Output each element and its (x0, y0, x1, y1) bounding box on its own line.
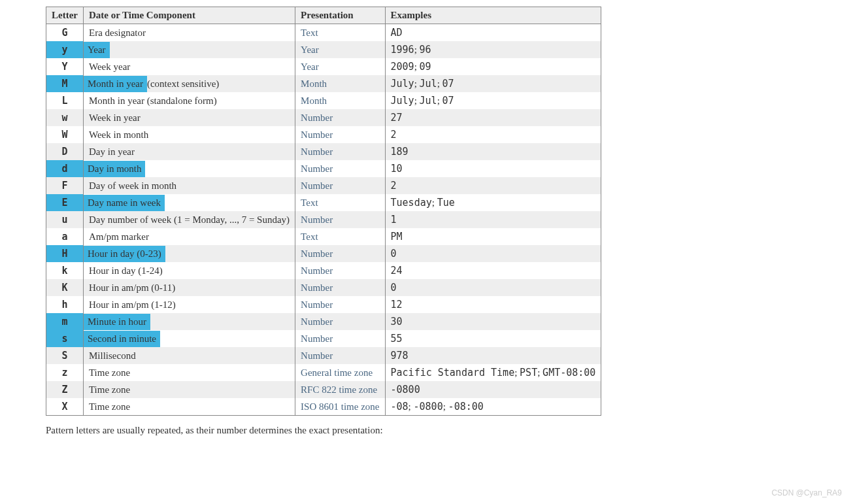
presentation-link[interactable]: Month (301, 78, 327, 89)
cell-letter: Z (46, 381, 84, 398)
table-row: uDay number of week (1 = Monday, ..., 7 … (46, 211, 601, 228)
cell-letter: F (46, 177, 84, 194)
cell-presentation: ISO 8601 time zone (295, 398, 385, 416)
table-row: EDay name in weekTextTuesday; Tue (46, 194, 601, 211)
cell-presentation: Number (295, 126, 385, 143)
presentation-link[interactable]: Text (301, 27, 318, 38)
cell-description: Day of week in month (83, 177, 295, 194)
cell-examples: Tuesday; Tue (385, 194, 601, 211)
presentation-link[interactable]: ISO 8601 time zone (301, 401, 379, 412)
table-row: mMinute in hourNumber30 (46, 313, 601, 330)
presentation-link[interactable]: Number (301, 333, 333, 344)
cell-presentation: Month (295, 92, 385, 109)
cell-letter: u (46, 211, 84, 228)
cell-description: Time zone (83, 381, 295, 398)
table-row: wWeek in yearNumber27 (46, 109, 601, 126)
presentation-link[interactable]: Text (301, 197, 318, 208)
presentation-link[interactable]: Number (301, 248, 333, 259)
cell-letter: W (46, 126, 84, 143)
cell-letter: M (46, 75, 84, 92)
cell-presentation: Number (295, 279, 385, 296)
col-presentation: Presentation (295, 7, 385, 24)
table-row: HHour in day (0-23)Number0 (46, 245, 601, 262)
cell-presentation: Text (295, 194, 385, 211)
presentation-link[interactable]: General time zone (301, 367, 373, 378)
presentation-link[interactable]: Number (301, 112, 333, 123)
cell-examples: -08; -0800; -08:00 (385, 398, 601, 416)
pattern-note: Pattern letters are usually repeated, as… (46, 425, 838, 436)
presentation-link[interactable]: RFC 822 time zone (301, 384, 377, 395)
table-row: XTime zoneISO 8601 time zone-08; -0800; … (46, 398, 601, 416)
cell-description: Hour in am/pm (1-12) (83, 296, 295, 313)
cell-letter: L (46, 92, 84, 109)
cell-examples: 189 (385, 143, 601, 160)
cell-examples: 12 (385, 296, 601, 313)
cell-description: Week year (83, 58, 295, 75)
col-examples: Examples (385, 7, 601, 24)
cell-description: Day in year (83, 143, 295, 160)
cell-presentation: Number (295, 109, 385, 126)
presentation-link[interactable]: Number (301, 163, 333, 174)
cell-presentation: Number (295, 313, 385, 330)
cell-letter: w (46, 109, 84, 126)
cell-letter: y (46, 41, 84, 58)
cell-description: Day number of week (1 = Monday, ..., 7 =… (83, 211, 295, 228)
cell-letter: G (46, 24, 84, 42)
cell-examples: Pacific Standard Time; PST; GMT-08:00 (385, 364, 601, 381)
table-row: sSecond in minuteNumber55 (46, 330, 601, 347)
cell-examples: 2 (385, 126, 601, 143)
table-row: YWeek yearYear2009; 09 (46, 58, 601, 75)
presentation-link[interactable]: Month (301, 95, 327, 106)
cell-description: Hour in day (1-24) (83, 262, 295, 279)
cell-examples: -0800 (385, 381, 601, 398)
presentation-link[interactable]: Number (301, 282, 333, 293)
cell-examples: July; Jul; 07 (385, 75, 601, 92)
cell-examples: 24 (385, 262, 601, 279)
cell-description: Week in month (83, 126, 295, 143)
cell-presentation: Text (295, 24, 385, 42)
table-row: MMonth in year (context sensitive)MonthJ… (46, 75, 601, 92)
col-description: Date or Time Component (83, 7, 295, 24)
presentation-link[interactable]: Text (301, 231, 318, 242)
cell-presentation: Month (295, 75, 385, 92)
cell-examples: AD (385, 24, 601, 42)
cell-presentation: Number (295, 330, 385, 347)
cell-description: Time zone (83, 364, 295, 381)
cell-examples: 10 (385, 160, 601, 177)
cell-letter: Y (46, 58, 84, 75)
cell-description: Hour in day (0-23) (83, 245, 295, 262)
cell-examples: 1996; 96 (385, 41, 601, 58)
presentation-link[interactable]: Number (301, 350, 333, 361)
presentation-link[interactable]: Number (301, 299, 333, 310)
presentation-link[interactable]: Number (301, 146, 333, 157)
cell-letter: k (46, 262, 84, 279)
cell-letter: m (46, 313, 84, 330)
table-row: GEra designatorTextAD (46, 24, 601, 42)
cell-letter: h (46, 296, 84, 313)
table-row: yYearYear1996; 96 (46, 41, 601, 58)
presentation-link[interactable]: Number (301, 129, 333, 140)
col-letter: Letter (46, 7, 84, 24)
presentation-link[interactable]: Number (301, 180, 333, 191)
table-row: KHour in am/pm (0-11)Number0 (46, 279, 601, 296)
cell-presentation: Number (295, 160, 385, 177)
cell-presentation: General time zone (295, 364, 385, 381)
presentation-link[interactable]: Year (301, 44, 319, 55)
table-row: kHour in day (1-24)Number24 (46, 262, 601, 279)
presentation-link[interactable]: Number (301, 214, 333, 225)
cell-letter: d (46, 160, 84, 177)
cell-description: Year (83, 41, 295, 58)
cell-presentation: Number (295, 143, 385, 160)
cell-description: Minute in hour (83, 313, 295, 330)
cell-examples: 27 (385, 109, 601, 126)
cell-letter: S (46, 347, 84, 364)
cell-presentation: Number (295, 177, 385, 194)
presentation-link[interactable]: Year (301, 61, 319, 72)
cell-description: Day in month (83, 160, 295, 177)
presentation-link[interactable]: Number (301, 316, 333, 327)
presentation-link[interactable]: Number (301, 265, 333, 276)
cell-description: Day name in week (83, 194, 295, 211)
cell-examples: 55 (385, 330, 601, 347)
table-row: FDay of week in monthNumber2 (46, 177, 601, 194)
cell-examples: 30 (385, 313, 601, 330)
